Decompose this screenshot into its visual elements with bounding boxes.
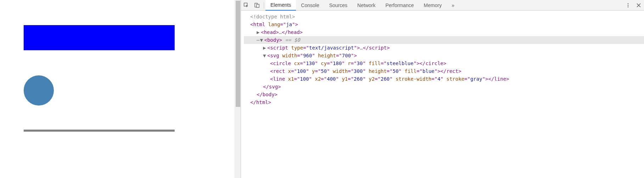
tab-elements[interactable]: Elements bbox=[265, 0, 296, 11]
svg-rect-2 bbox=[257, 4, 259, 7]
svg-rect bbox=[24, 25, 175, 50]
device-toolbar-icon[interactable] bbox=[252, 0, 262, 11]
tab-console[interactable]: Console bbox=[296, 0, 324, 11]
devtools-panel: Elements Console Sources Network Perform… bbox=[241, 0, 644, 178]
tabbar-separator bbox=[264, 2, 264, 8]
dom-line-el[interactable]: <line x1="100" x2="400" y1="260" y2="260… bbox=[244, 75, 644, 83]
svg-circle bbox=[24, 75, 54, 105]
dom-tree[interactable]: <!doctype html> <html lang="ja"> ▶<head>… bbox=[241, 11, 644, 178]
tab-sources[interactable]: Sources bbox=[324, 0, 352, 11]
page-viewport bbox=[0, 0, 234, 178]
close-icon[interactable] bbox=[633, 0, 644, 11]
svg-point-3 bbox=[628, 3, 629, 4]
scrollbar-thumb[interactable] bbox=[236, 1, 240, 107]
tab-network[interactable]: Network bbox=[352, 0, 380, 11]
tab-performance[interactable]: Performance bbox=[380, 0, 419, 11]
svg-point-5 bbox=[628, 6, 629, 7]
tab-memory[interactable]: Memory bbox=[419, 0, 447, 11]
dom-script[interactable]: ▶<script type="text/javascript">…</scrip… bbox=[244, 44, 644, 52]
dom-svg-close[interactable]: </svg> bbox=[244, 83, 644, 91]
scrollbar-track[interactable] bbox=[235, 0, 241, 178]
dom-rect[interactable]: <rect x="100" y="50" width="300" height=… bbox=[244, 67, 644, 75]
kebab-menu-icon[interactable] bbox=[623, 0, 633, 11]
svg-canvas bbox=[0, 0, 234, 178]
dom-circle[interactable]: <circle cx="130" cy="180" r="30" fill="s… bbox=[244, 59, 644, 67]
svg-point-4 bbox=[628, 5, 629, 6]
dom-body-open[interactable]: ⋯▼<body> == $0 bbox=[244, 36, 644, 44]
dom-html-open[interactable]: <html lang="ja"> bbox=[244, 21, 644, 28]
inspect-icon[interactable] bbox=[241, 0, 252, 11]
dom-html-close[interactable]: </html> bbox=[244, 98, 644, 106]
dom-doctype[interactable]: <!doctype html> bbox=[244, 13, 644, 21]
dom-svg-open[interactable]: ▼<svg width="960" height="700"> bbox=[244, 52, 644, 59]
dom-head[interactable]: ▶<head>…</head> bbox=[244, 28, 644, 36]
devtools-tabbar: Elements Console Sources Network Perform… bbox=[241, 0, 644, 11]
tab-more[interactable]: » bbox=[447, 0, 459, 11]
dom-body-close[interactable]: </body> bbox=[244, 91, 644, 98]
